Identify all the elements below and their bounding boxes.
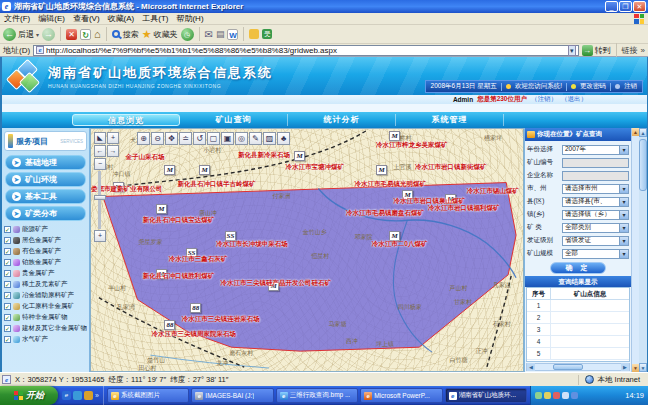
scroll-down-icon[interactable]: ▼ bbox=[632, 364, 640, 372]
mine-name-label[interactable]: 冷水江市毛易镇光明煤矿 bbox=[355, 180, 427, 189]
mine-name-label[interactable]: 冷水江市三鑫石灰矿 bbox=[169, 255, 228, 264]
tab-item[interactable]: 矿山查询 bbox=[180, 114, 288, 126]
mine-marker[interactable]: 88 bbox=[164, 320, 175, 330]
search-button[interactable]: 搜索 bbox=[112, 29, 139, 40]
address-dropdown-button[interactable]: ▾ bbox=[568, 45, 576, 56]
layer-item[interactable]: ✓ 黑色金属矿产 bbox=[4, 235, 87, 246]
hscroll-thumb[interactable] bbox=[553, 364, 583, 370]
mine-marker[interactable]: M bbox=[164, 165, 175, 175]
quick-ie-icon[interactable]: e bbox=[62, 391, 71, 400]
chevron-down-icon[interactable]: ▾ bbox=[619, 250, 628, 258]
field-control[interactable]: ▾ bbox=[562, 171, 629, 181]
mine-name-label[interactable]: 冷水江市岩口镇福利煤矿 bbox=[428, 204, 500, 213]
scroll-right-icon[interactable]: ▶ bbox=[621, 363, 629, 371]
menu-item[interactable]: 帮助(H) bbox=[176, 13, 203, 24]
menu-item[interactable]: 编辑(E) bbox=[38, 13, 65, 24]
chevron-down-icon[interactable]: ▾ bbox=[619, 237, 628, 245]
page-vscrollbar[interactable]: ▲ ▼ bbox=[639, 128, 647, 372]
mine-name-label[interactable]: 冷水江市岩口镇新街煤矿 bbox=[415, 163, 487, 172]
menu-item[interactable]: 工具(T) bbox=[142, 13, 168, 24]
results-hscrollbar[interactable]: ◀ ▶ bbox=[526, 363, 630, 371]
tab-item[interactable]: 系统管理 bbox=[396, 114, 504, 126]
mine-name-label[interactable]: 冷水江市宝塘冲煤矿 bbox=[285, 163, 344, 172]
links-chevron[interactable]: » bbox=[641, 46, 645, 55]
notes-button[interactable] bbox=[249, 29, 259, 39]
mine-marker[interactable]: M bbox=[199, 165, 210, 175]
sidebar-section-button[interactable]: ➤ 矿类分布 bbox=[5, 206, 86, 221]
checkbox-checked-icon[interactable]: ✓ bbox=[4, 259, 11, 266]
mine-name-label[interactable]: 新化县新冷采石场 bbox=[238, 151, 290, 160]
layer-item[interactable]: ✓ 特种非金属矿物 bbox=[4, 312, 87, 323]
menu-item[interactable]: 文件(F) bbox=[4, 13, 30, 24]
go-button[interactable]: → 转到 bbox=[582, 45, 611, 56]
chevron-down-icon[interactable]: ▾ bbox=[619, 146, 628, 154]
checkbox-checked-icon[interactable]: ✓ bbox=[4, 226, 11, 233]
layer-item[interactable]: ✓ 化工原料非金属矿 bbox=[4, 301, 87, 312]
table-row[interactable]: 4 bbox=[527, 336, 629, 348]
layer-item[interactable]: ✓ 贵金属矿产 bbox=[4, 268, 87, 279]
mine-name-label[interactable]: 冷水江市三尖镇硅产品开发公司硅石矿 bbox=[221, 279, 332, 288]
zoom-slider[interactable] bbox=[94, 171, 106, 229]
zoom-slider-plus-button[interactable]: + bbox=[94, 230, 106, 242]
mine-name-label[interactable]: 冷水江市长冲垅中采石场 bbox=[216, 240, 288, 249]
mine-name-label[interactable]: 金子山采石场 bbox=[126, 153, 165, 162]
mine-marker[interactable]: M bbox=[376, 165, 387, 175]
taskbar-window-button[interactable]: e 系统截图图片 bbox=[107, 388, 189, 403]
mine-name-label[interactable]: 冷水江市二0八煤矿 bbox=[372, 240, 428, 249]
select-rect-button[interactable]: ▢ bbox=[207, 132, 220, 145]
map-viewport[interactable]: 犬水坪小岩村杨桥村槽家坪马颈村冲口镇上官溪付家洲唐山冲尧星罗家金竹山乡邓家院恒星… bbox=[90, 128, 524, 372]
layer-item[interactable]: ✓ 稀土及元素矿产 bbox=[4, 279, 87, 290]
change-password-link[interactable]: 更改密码 bbox=[580, 82, 606, 91]
quick-mail-icon[interactable] bbox=[84, 391, 93, 400]
tray-av-icon[interactable] bbox=[553, 392, 560, 399]
mine-marker[interactable]: M bbox=[389, 131, 400, 141]
quick-desktop-icon[interactable] bbox=[73, 391, 82, 400]
home-button[interactable]: ⌂ bbox=[94, 29, 101, 40]
layer-item[interactable]: ✓ 水气矿产 bbox=[4, 334, 87, 345]
checkbox-checked-icon[interactable]: ✓ bbox=[4, 270, 11, 277]
measure-button[interactable]: ≐ bbox=[179, 132, 192, 145]
page-scroll-up-icon[interactable]: ▲ bbox=[639, 128, 647, 137]
minimize-button[interactable]: _ bbox=[605, 1, 618, 12]
history-button[interactable]: ◷ bbox=[181, 28, 194, 41]
checkbox-checked-icon[interactable]: ✓ bbox=[4, 281, 11, 288]
checkbox-checked-icon[interactable]: ✓ bbox=[4, 237, 11, 244]
checkbox-checked-icon[interactable]: ✓ bbox=[4, 303, 11, 310]
pan-right-button[interactable]: → bbox=[107, 145, 119, 157]
mine-name-label[interactable]: 新化县石冲口镇宝达煤矿 bbox=[143, 216, 215, 225]
checkbox-checked-icon[interactable]: ✓ bbox=[4, 292, 11, 299]
edit-button[interactable]: W bbox=[227, 29, 238, 40]
page-scroll-down-icon[interactable]: ▼ bbox=[639, 363, 647, 372]
checkbox-checked-icon[interactable]: ✓ bbox=[4, 325, 11, 332]
submit-button[interactable]: 确 定 bbox=[550, 262, 606, 274]
taskbar-window-button[interactable]: e IMAGES-BAI (J:) bbox=[191, 388, 273, 403]
tray-network-icon[interactable] bbox=[571, 392, 578, 399]
select-region-button[interactable]: ▣ bbox=[221, 132, 234, 145]
tab-item[interactable]: 统计分析 bbox=[288, 114, 396, 126]
layer-item[interactable]: ✓ 建材及其它非金属矿物 bbox=[4, 323, 87, 334]
exit-link[interactable]: （退出） bbox=[561, 95, 587, 104]
page-scroll-thumb[interactable] bbox=[639, 139, 647, 191]
mine-name-label[interactable]: 新化县石冲口镇半古岭煤矿 bbox=[177, 180, 255, 189]
table-row[interactable]: 5 bbox=[527, 348, 629, 360]
restore-button[interactable]: ❐ bbox=[619, 1, 632, 12]
taskbar-window-button[interactable]: e 湖南省矿山地质环... bbox=[445, 388, 527, 403]
tray-speaker-icon[interactable] bbox=[544, 392, 551, 399]
back-button[interactable]: ← 后退 ▾ bbox=[3, 28, 39, 41]
print-button[interactable]: ▤ bbox=[216, 29, 225, 39]
taskbar-window-button[interactable]: e 三维行政查询.bmp ... bbox=[276, 388, 358, 403]
zoom-in-button[interactable]: ⊕ bbox=[137, 132, 150, 145]
refresh-map-button[interactable]: ↺ bbox=[193, 132, 206, 145]
panel-vscrollbar[interactable]: ▲ ▼ bbox=[631, 128, 639, 372]
draw-button[interactable]: ✎ bbox=[249, 132, 262, 145]
chevron-down-icon[interactable]: ▾ bbox=[619, 185, 628, 193]
pan-left-button[interactable]: ← bbox=[94, 145, 106, 157]
mine-name-label[interactable]: 新化县石冲口镇胜利煤矿 bbox=[143, 272, 215, 281]
zoom-slider-handle[interactable] bbox=[94, 195, 106, 200]
menu-item[interactable]: 查看(V) bbox=[73, 13, 100, 24]
quick-launch-chevron[interactable]: » bbox=[95, 392, 99, 399]
mine-name-label[interactable]: 冷水江市锡山煤矿 bbox=[467, 187, 519, 196]
mail-button[interactable]: ✉ bbox=[205, 29, 213, 40]
chevron-down-icon[interactable]: ▾ bbox=[619, 224, 628, 232]
sidebar-section-button[interactable]: ➤ 基础地理 bbox=[5, 155, 86, 170]
